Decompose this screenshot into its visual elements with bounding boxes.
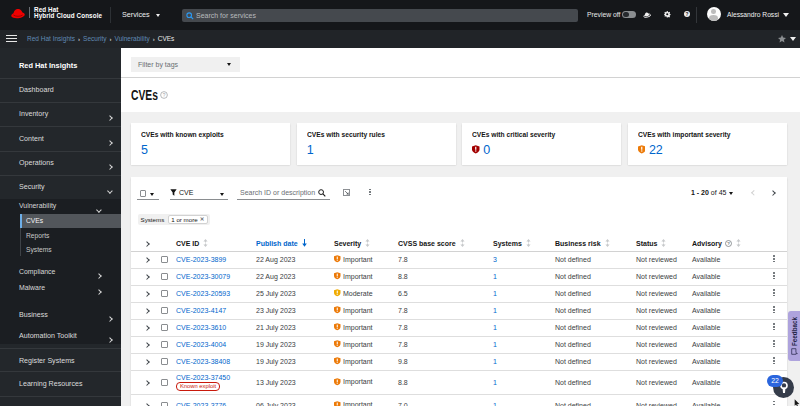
- svg-text:?: ?: [727, 241, 730, 246]
- svg-text:?: ?: [686, 12, 689, 17]
- svg-text:?: ?: [163, 93, 166, 98]
